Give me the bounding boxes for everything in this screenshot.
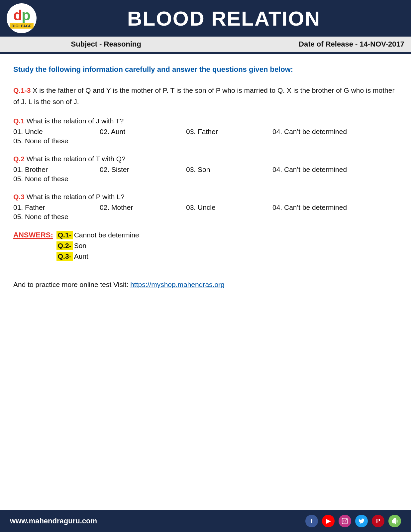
q3-opt1: 01. Father bbox=[13, 203, 80, 211]
android-icon[interactable] bbox=[388, 515, 401, 527]
answers-section: ANSWERS: Q.1- Cannot be determine Q.2- S… bbox=[13, 231, 398, 261]
q3-opt4: 04. Can’t be determined bbox=[272, 203, 347, 211]
q1-options-row1: 01. Uncle 02. Aunt 03. Father 04. Can’t … bbox=[13, 128, 398, 136]
digi-page-label: DIGI PAGE bbox=[10, 23, 34, 29]
content-area: Study the following information carefull… bbox=[0, 54, 411, 510]
page-title: BLOOD RELATION bbox=[43, 7, 404, 30]
page-footer: www.mahendraguru.com f ▶ P bbox=[0, 510, 411, 532]
q2-options-row1: 01. Brother 02. Sister 03. Son 04. Can’t… bbox=[13, 166, 398, 174]
answer-1: Q.1- Cannot be determine bbox=[56, 231, 139, 239]
q3-opt2: 02. Mother bbox=[100, 203, 166, 211]
date-label: Date of Release - bbox=[299, 40, 358, 48]
logo-dp: dp bbox=[13, 8, 30, 23]
answer-3-text: Aunt bbox=[74, 252, 88, 260]
question-1-text: Q.1 What is the relation of J with T? bbox=[13, 117, 398, 125]
date-release: Date of Release - 14-NOV-2017 bbox=[206, 40, 405, 49]
q1-opt4: 04. Can’t be determined bbox=[272, 128, 347, 136]
page-header: dp DIGI PAGE BLOOD RELATION bbox=[0, 0, 411, 37]
q2-label: Q.2 bbox=[13, 155, 25, 163]
answer-3-label: Q.3- bbox=[56, 252, 73, 261]
answer-1-text: Cannot be determine bbox=[74, 231, 139, 239]
q1-opt2: 02. Aunt bbox=[100, 128, 166, 136]
instruction-text: Study the following information carefull… bbox=[13, 64, 398, 75]
q3-body: What is the relation of P with L? bbox=[25, 193, 125, 200]
q3-options-row2: 05. None of these bbox=[13, 213, 398, 221]
question-2-text: Q.2 What is the relation of T with Q? bbox=[13, 155, 398, 163]
q1-opt3: 03. Father bbox=[186, 128, 253, 136]
question-3-block: Q.3 What is the relation of P with L? 01… bbox=[13, 193, 398, 221]
question-2-block: Q.2 What is the relation of T with Q? 01… bbox=[13, 155, 398, 183]
svg-rect-0 bbox=[342, 518, 348, 524]
answer-3: Q.3- Aunt bbox=[56, 252, 139, 261]
svg-point-1 bbox=[344, 520, 346, 522]
q2-opt2: 02. Sister bbox=[100, 166, 166, 174]
subject-label: Subject - Reasoning bbox=[7, 40, 206, 49]
q3-label: Q.3 bbox=[13, 193, 25, 200]
answers-label: ANSWERS: bbox=[13, 231, 53, 239]
practice-section: And to practice more online test Visit: … bbox=[13, 281, 398, 289]
q2-options-row2: 05. None of these bbox=[13, 175, 398, 183]
twitter-icon[interactable] bbox=[355, 515, 368, 527]
svg-point-2 bbox=[346, 519, 347, 520]
answers-list: Q.1- Cannot be determine Q.2- Son Q.3- A… bbox=[56, 231, 139, 261]
date-value: 14-NOV-2017 bbox=[360, 40, 404, 48]
q3-options-row1: 01. Father 02. Mother 03. Uncle 04. Can’… bbox=[13, 203, 398, 211]
footer-icons: f ▶ P bbox=[305, 515, 401, 527]
q1-opt1: 01. Uncle bbox=[13, 128, 80, 136]
question-group-label: Q.1-3 bbox=[13, 86, 31, 94]
instagram-icon[interactable] bbox=[339, 515, 351, 527]
q2-opt3: 03. Son bbox=[186, 166, 253, 174]
question-group-body: X is the father of Q and Y is the mother… bbox=[13, 86, 394, 105]
q3-opt3: 03. Uncle bbox=[186, 203, 253, 211]
q1-options-row2: 05. None of these bbox=[13, 137, 398, 145]
question-group-text: Q.1-3 X is the father of Q and Y is the … bbox=[13, 85, 398, 107]
pinterest-icon[interactable]: P bbox=[372, 515, 384, 527]
question-3-text: Q.3 What is the relation of P with L? bbox=[13, 193, 398, 201]
question-1-block: Q.1 What is the relation of J with T? 01… bbox=[13, 117, 398, 145]
q2-body: What is the relation of T with Q? bbox=[25, 155, 126, 163]
logo-d: d bbox=[13, 7, 22, 23]
q2-opt4: 04. Can’t be determined bbox=[272, 166, 347, 174]
q1-label: Q.1 bbox=[13, 117, 25, 125]
answer-2-label: Q.2- bbox=[56, 241, 73, 250]
logo-p: p bbox=[22, 7, 30, 23]
facebook-icon[interactable]: f bbox=[305, 515, 318, 527]
answer-2: Q.2- Son bbox=[56, 241, 139, 250]
answer-1-label: Q.1- bbox=[56, 231, 73, 239]
youtube-icon[interactable]: ▶ bbox=[322, 515, 335, 527]
footer-website: www.mahendraguru.com bbox=[10, 517, 97, 525]
q2-opt1: 01. Brother bbox=[13, 166, 80, 174]
sub-header: Subject - Reasoning Date of Release - 14… bbox=[0, 37, 411, 53]
practice-link[interactable]: https://myshop.mahendras.org bbox=[130, 281, 225, 288]
answer-2-text: Son bbox=[74, 242, 86, 250]
logo-container: dp DIGI PAGE bbox=[7, 3, 37, 33]
question-group-block: Q.1-3 X is the father of Q and Y is the … bbox=[13, 85, 398, 107]
practice-text: And to practice more online test Visit: bbox=[13, 281, 130, 288]
q1-body: What is the relation of J with T? bbox=[25, 117, 124, 125]
